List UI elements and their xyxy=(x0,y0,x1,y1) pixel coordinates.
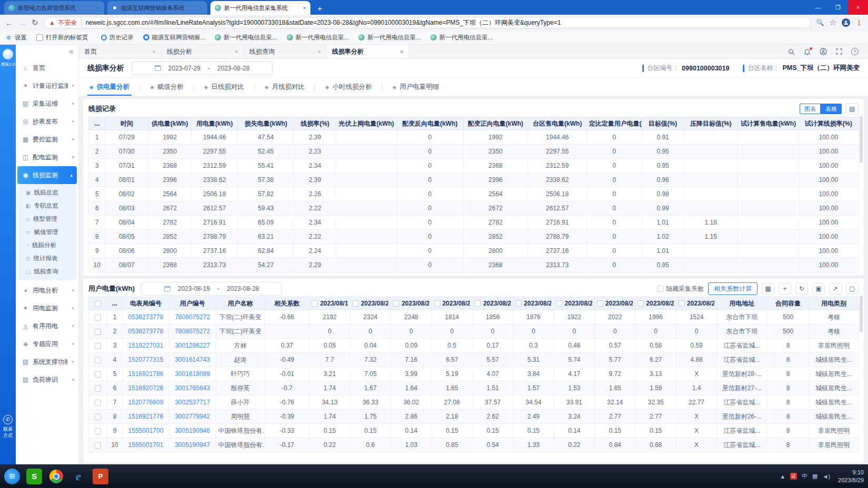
cell-link[interactable]: 1516921776 xyxy=(123,410,169,424)
table-row[interactable]: 815169217763002779942周明慧-0.391.741.752.8… xyxy=(89,410,859,424)
checkbox[interactable] xyxy=(95,329,101,335)
column-settings-icon[interactable]: ▦ xyxy=(762,283,774,294)
export-icon[interactable]: ↗ xyxy=(829,283,842,294)
chart-view-button[interactable]: 图表 xyxy=(800,104,821,114)
tab-close-icon[interactable]: × xyxy=(400,48,403,55)
checkbox[interactable] xyxy=(393,300,399,307)
hide-failed-checkbox-label[interactable]: 隐藏采集失败 xyxy=(657,284,704,293)
subtab-hourly-loss-analysis[interactable]: ◈小时线损分析 xyxy=(323,78,374,96)
minimize-button[interactable]: — xyxy=(808,0,828,15)
bookmark-eic-4[interactable]: 新一代用电信息采... xyxy=(430,34,493,42)
submenu-item-specialist[interactable]: ◧专职总览 xyxy=(17,199,77,212)
table-row[interactable]: 515169217863001618089叶巧巧-0.013.217.053.9… xyxy=(89,367,859,381)
zoom-icon[interactable]: 🔍 xyxy=(816,19,824,26)
checkbox[interactable] xyxy=(95,442,101,449)
checkbox[interactable] xyxy=(352,300,359,307)
date-start[interactable]: 2023-07-29 xyxy=(168,65,200,72)
checkbox[interactable] xyxy=(516,300,522,307)
sidebar-item-line-loss-monitor[interactable]: ◉线损监测▴ xyxy=(17,166,77,184)
subtab-supply-analysis[interactable]: ◈供电量分析 xyxy=(87,78,132,96)
cell-link[interactable]: 3002537717 xyxy=(169,395,216,410)
search-icon[interactable] xyxy=(788,48,795,55)
checkbox[interactable] xyxy=(434,300,440,307)
add-icon[interactable]: + xyxy=(779,283,791,294)
sidebar-item-fee-control[interactable]: ▦费控监测▾ xyxy=(16,130,78,148)
checkbox[interactable] xyxy=(95,385,101,392)
cell-link[interactable]: 3001765643 xyxy=(169,381,216,395)
main-date-range-picker[interactable]: 2023-07-29 - 2023-08-28 xyxy=(132,62,272,75)
checkbox[interactable] xyxy=(95,414,101,420)
subtab-user-power-detail[interactable]: ◈用户电量明细 xyxy=(390,78,441,96)
bookmark-history[interactable]: 历史记录 xyxy=(98,34,134,42)
help-icon[interactable]: ? xyxy=(851,48,859,55)
browser-tab-2[interactable]: 能源互联网营销服务系统 × xyxy=(107,1,207,15)
browser-tab-3-active[interactable]: 新一代用电信息采集系统 × xyxy=(210,1,310,15)
submenu-item-report[interactable]: ◷统计报表 xyxy=(17,252,77,265)
sidebar-item-metering-monitor[interactable]: ✶计量运行监测▾ xyxy=(16,77,78,95)
browser-tab-1[interactable]: 新型电力负荷管理系统 × xyxy=(4,1,104,15)
forward-icon[interactable]: → xyxy=(18,18,26,27)
bookmark-eic-3[interactable]: 新一代用电信息采... xyxy=(358,34,421,42)
checkbox[interactable] xyxy=(679,300,685,307)
table-row[interactable]: 908/0628002737.1662.842.24028002737.1601… xyxy=(89,244,859,258)
cell-link[interactable]: 3001296227 xyxy=(169,339,216,353)
submenu-item-model[interactable]: ◇模型管理 xyxy=(17,212,77,226)
table-row[interactable]: 1008/0723682313.7354.272.29023682313.730… xyxy=(89,258,859,272)
checkbox[interactable] xyxy=(95,314,101,321)
sidebar-item-orderly-usage[interactable]: ◬有序用电▾ xyxy=(16,317,78,335)
table-row[interactable]: 615169207263001765643殷存英-0.71.741.671.64… xyxy=(89,381,859,395)
checkbox[interactable] xyxy=(638,300,644,307)
powerpoint-icon[interactable]: P xyxy=(93,469,108,484)
checkbox[interactable] xyxy=(95,301,101,307)
tab-close-icon[interactable]: × xyxy=(200,5,203,11)
bookmark-star-icon[interactable]: ☆ xyxy=(830,18,836,27)
fullscreen-icon[interactable] xyxy=(836,48,842,55)
cell-link[interactable]: 1520777315 xyxy=(123,353,169,367)
sidebar-item-special-apps[interactable]: ◈专题应用▾ xyxy=(16,335,78,353)
sidebar-item-usage-monitor[interactable]: ✦用电监测▾ xyxy=(16,299,78,317)
network-icon[interactable]: ▦ xyxy=(812,473,817,480)
table-row[interactable]: 508/0225642506.1857.822.26025642506.1800… xyxy=(89,187,859,201)
table-row[interactable]: 715207766093002537717薛小芹-0.7634.1336.333… xyxy=(89,395,859,410)
checkbox[interactable] xyxy=(475,300,481,307)
table-row[interactable]: 315192270313001296227方林0.370.050.040.090… xyxy=(89,339,859,353)
sidebar-item-usage-analysis[interactable]: ◕用电分析▾ xyxy=(16,281,78,299)
clock[interactable]: 9:10 2023/8/29 xyxy=(838,469,864,484)
bookmark-marketing[interactable]: 能源互联网营销服... xyxy=(143,34,206,42)
volume-icon[interactable]: ◄) xyxy=(823,473,831,480)
table-view-button[interactable]: 表格 xyxy=(821,104,842,114)
close-button[interactable]: × xyxy=(848,0,868,15)
cell-link[interactable]: 1519227031 xyxy=(123,339,169,353)
table-row[interactable]: 207/3023502297.5552.452.23023502297.5500… xyxy=(89,145,859,159)
user-icon[interactable] xyxy=(820,48,827,55)
table-row[interactable]: 808/0528522788.7963.212.22028522788.7901… xyxy=(89,230,859,244)
tray-expand-icon[interactable]: ▲ xyxy=(780,473,785,480)
chrome-icon[interactable] xyxy=(48,469,64,484)
cell-link[interactable]: 0538273778 xyxy=(123,324,169,339)
cell-link[interactable]: 1516921786 xyxy=(123,367,169,381)
tab-close-icon[interactable]: × xyxy=(318,48,321,55)
checkbox[interactable] xyxy=(95,371,101,378)
cell-link[interactable]: 1555001701 xyxy=(123,438,169,452)
checkbox[interactable] xyxy=(311,300,318,307)
cell-link[interactable]: 1555001700 xyxy=(123,424,169,438)
table-row[interactable]: 915550017003005190946中国铁塔股份有...-0.330.15… xyxy=(89,424,859,438)
cell-link[interactable]: 3005190947 xyxy=(169,438,216,452)
workspace-tab-home[interactable]: 首页× xyxy=(79,45,162,58)
submenu-item-assignment[interactable]: ▭赋值管理 xyxy=(17,226,77,239)
new-tab-button[interactable]: + xyxy=(314,2,326,14)
cell-link[interactable]: 0538273778 xyxy=(123,310,169,324)
cell-link[interactable]: 3001618089 xyxy=(169,367,216,381)
table-row[interactable]: 415207773153001614743赵涛-0.497.77.327.166… xyxy=(89,353,859,367)
export-icon[interactable]: ▤ xyxy=(846,103,859,115)
vertical-scrollbar[interactable] xyxy=(860,116,863,163)
contact-block[interactable]: ✆ 联系方式 xyxy=(3,415,13,460)
subtab-daily-loss-compare[interactable]: ◈日线损对比 xyxy=(202,78,246,96)
profile-icon[interactable] xyxy=(842,18,850,27)
start-button[interactable]: ⊞ xyxy=(4,469,20,484)
save-icon[interactable]: ▣ xyxy=(812,283,825,294)
checkbox[interactable] xyxy=(95,400,101,406)
wps-icon[interactable]: S xyxy=(26,469,42,484)
tray-app-icon[interactable]: 证 xyxy=(790,473,797,480)
submenu-item-overview[interactable]: ▣线损总览 xyxy=(17,186,77,199)
